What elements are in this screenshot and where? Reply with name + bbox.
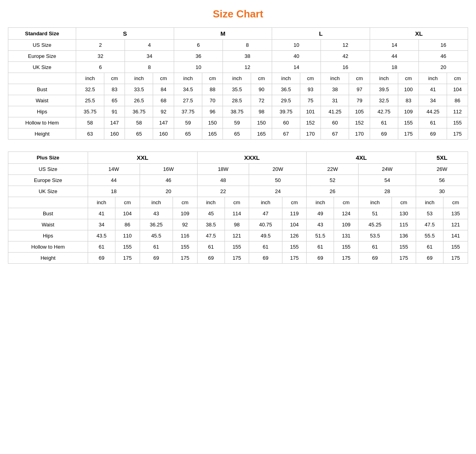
standard-measurement-row: Waist25.56526.56827.57028.57229.57531793… [8, 95, 468, 106]
measurement-value: 39.5 [370, 84, 398, 95]
measurement-value: 155 [398, 117, 418, 128]
unit-9: inch [272, 73, 300, 84]
measurement-value: 29.5 [272, 95, 300, 106]
plus-us-3: 18W [197, 164, 249, 175]
plus-measurement-value: 69 [140, 253, 173, 264]
us-size-label: US Size [8, 40, 76, 51]
measurement-value: 32.5 [76, 84, 104, 95]
plus-measurement-value: 43 [307, 219, 334, 230]
measurement-value: 150 [202, 117, 223, 128]
measurement-value: 35.75 [76, 106, 104, 117]
measurement-value: 69 [419, 128, 447, 140]
eu-l2: 42 [321, 51, 370, 62]
plus-measurement-value: 36.25 [140, 219, 173, 230]
plus-measurement-value: 69 [416, 253, 443, 264]
measurement-value: 37.75 [174, 106, 202, 117]
measurement-value: 79 [349, 95, 370, 106]
plus-measurement-value: 175 [173, 253, 198, 264]
measurement-value: 165 [202, 128, 223, 140]
plus-measurement-value: 61 [88, 241, 115, 253]
europe-size-row: Europe Size 32 34 36 38 40 42 44 46 [8, 51, 468, 62]
measurement-label: Hollow to Hem [8, 117, 76, 128]
measurement-value: 27.5 [174, 95, 202, 106]
measurement-label: Bust [8, 84, 76, 95]
measurement-value: 88 [202, 84, 223, 95]
us-m1: 6 [174, 40, 223, 51]
plus-eu-3: 48 [197, 175, 249, 186]
plus-measurement-label: Hollow to Hem [8, 241, 88, 253]
measurement-value: 59 [223, 117, 251, 128]
measurement-value: 101 [300, 106, 321, 117]
plus-measurement-value: 49.5 [249, 230, 282, 241]
eu-s1: 32 [76, 51, 125, 62]
plus-measurement-value: 38.5 [197, 219, 225, 230]
unit-3: inch [125, 73, 153, 84]
plus-measurement-value: 86 [115, 219, 140, 230]
plus-measurement-value: 61 [249, 241, 282, 253]
plus-uk-4: 24 [249, 186, 307, 197]
plus-measurement-value: 69 [307, 253, 334, 264]
measurement-value: 83 [104, 84, 125, 95]
plus-measurement-value: 121 [225, 230, 249, 241]
measurement-value: 58 [76, 117, 104, 128]
us-size-row: US Size 2 4 6 8 10 12 14 16 [8, 40, 468, 51]
plus-measurement-value: 109 [173, 208, 198, 219]
plus-eu-6: 54 [359, 175, 416, 186]
plus-europe-size-row: Europe Size 44 46 48 50 52 54 56 [8, 175, 468, 186]
plus-measurement-value: 126 [282, 230, 307, 241]
unit-15: inch [419, 73, 447, 84]
measurement-value: 160 [153, 128, 174, 140]
plus-uk-size-row: UK Size 18 20 22 24 26 28 30 [8, 186, 468, 197]
measurement-value: 147 [104, 117, 125, 128]
plus-measurement-value: 47.5 [197, 230, 225, 241]
plus-measurement-value: 61 [197, 241, 225, 253]
measurement-value: 61 [419, 117, 447, 128]
eu-m2: 38 [223, 51, 272, 62]
measurement-value: 170 [300, 128, 321, 140]
plus-measurement-value: 135 [443, 208, 468, 219]
plus-measurement-value: 43.5 [88, 230, 115, 241]
measurement-value: 72 [251, 95, 272, 106]
plus-measurement-value: 53 [416, 208, 443, 219]
measurement-value: 60 [321, 117, 349, 128]
plus-measurement-value: 141 [443, 230, 468, 241]
measurement-value: 31 [321, 95, 349, 106]
eu-xl1: 44 [370, 51, 419, 62]
5xl-group-header: 5XL [416, 152, 468, 164]
measurement-value: 67 [321, 128, 349, 140]
uk-xl2: 20 [419, 62, 468, 73]
measurement-value: 84 [153, 84, 174, 95]
plus-measurement-label: Waist [8, 219, 88, 230]
us-m2: 8 [223, 40, 272, 51]
plus-measurement-value: 155 [282, 241, 307, 253]
plus-measurement-value: 47.5 [416, 219, 443, 230]
measurement-value: 38 [321, 84, 349, 95]
unit-14: cm [398, 73, 418, 84]
measurement-value: 63 [76, 128, 104, 140]
plus-uk-5: 26 [307, 186, 359, 197]
measurement-value: 65 [223, 128, 251, 140]
page-title: Size Chart [8, 8, 468, 20]
unit-16: cm [447, 73, 468, 84]
standard-measurement-row: Hollow to Hem581475814759150591506015260… [8, 117, 468, 128]
plus-eu-1: 44 [88, 175, 140, 186]
plus-measurement-value: 121 [443, 219, 468, 230]
plus-measurement-value: 49 [307, 208, 334, 219]
plus-measurement-value: 124 [334, 208, 359, 219]
standard-size-table: Standard Size S M L XL US Size 2 4 6 8 1… [8, 27, 468, 140]
uk-m1: 10 [174, 62, 223, 73]
measurement-value: 65 [174, 128, 202, 140]
measurement-value: 70 [202, 95, 223, 106]
unit-6: cm [202, 73, 223, 84]
measurement-value: 147 [153, 117, 174, 128]
unit-2: cm [104, 73, 125, 84]
plus-us-4: 20W [249, 164, 307, 175]
us-l2: 12 [321, 40, 370, 51]
europe-size-label: Europe Size [8, 51, 76, 62]
plus-measurement-value: 41 [88, 208, 115, 219]
measurement-label: Waist [8, 95, 76, 106]
measurement-value: 109 [398, 106, 418, 117]
plus-measurement-value: 116 [173, 230, 198, 241]
measurement-value: 35.5 [223, 84, 251, 95]
xxxl-group-header: XXXL [197, 152, 307, 164]
